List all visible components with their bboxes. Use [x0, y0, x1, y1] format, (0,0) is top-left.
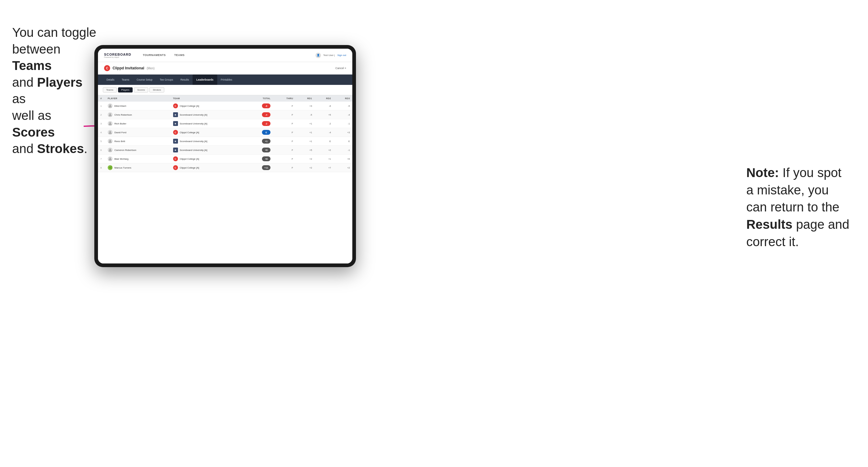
cell-player: David Ford — [105, 128, 171, 137]
right-annotation: Note: If you spota mistake, youcan retur… — [746, 164, 856, 250]
cell-rd3: +2 — [334, 163, 352, 172]
team-name: Clippd College [A] — [180, 105, 199, 107]
svg-point-3 — [110, 122, 111, 124]
tournament-gender: (Men) — [147, 67, 155, 70]
team-logo: C — [173, 156, 178, 161]
table-row: 2Chris Robertson▣Scoreboard University [… — [98, 111, 352, 119]
player-name: Marcus Turners — [114, 166, 131, 169]
tablet-screen: SCOREBOARD Powered by clippd TOURNAMENTS… — [98, 49, 352, 263]
col-rd2: RD2 — [315, 95, 334, 102]
subtab-teams[interactable]: Teams — [103, 87, 117, 92]
player-avatar — [108, 130, 113, 135]
cell-rd3: -5 — [334, 102, 352, 111]
strokes-bold: Strokes — [37, 142, 84, 156]
svg-point-4 — [110, 131, 111, 133]
players-bold: Players — [37, 75, 83, 89]
cell-team: ▣Scoreboard University [A] — [171, 111, 247, 119]
subtab-strokes[interactable]: Strokes — [149, 87, 164, 92]
cell-rd3: -1 — [334, 119, 352, 128]
cell-rd1: +2 — [296, 163, 314, 172]
table-row: 3Rich Butler▣Scoreboard University [A]-2… — [98, 119, 352, 128]
cell-team: CClippd College [A] — [171, 102, 247, 111]
player-name: Cameron Robertson — [114, 149, 136, 152]
subtab-scores[interactable]: Scores — [134, 87, 148, 92]
cell-rd1: +5 — [296, 146, 314, 155]
team-logo: ▣ — [173, 112, 178, 117]
cell-total: -8 — [247, 102, 273, 111]
player-avatar — [108, 121, 113, 126]
tab-leaderboards[interactable]: Leaderboards — [193, 74, 217, 85]
logo-area: SCOREBOARD Powered by clippd — [104, 53, 131, 58]
scores-bold: Scores — [12, 125, 55, 139]
team-name: Clippd College [A] — [180, 158, 199, 160]
note-bold: Note: — [746, 165, 779, 180]
col-team: TEAM — [171, 95, 247, 102]
cell-thru: F — [273, 119, 296, 128]
tablet-frame: SCOREBOARD Powered by clippd TOURNAMENTS… — [94, 45, 356, 267]
svg-point-7 — [110, 158, 111, 159]
cell-rd1: +1 — [296, 119, 314, 128]
sign-out-link[interactable]: Sign out — [337, 54, 346, 57]
cell-rd2: +1 — [315, 155, 334, 163]
cell-thru: F — [273, 155, 296, 163]
cell-rd1: +3 — [296, 102, 314, 111]
tab-teams[interactable]: Teams — [118, 74, 133, 85]
cell-rank: 6 — [98, 146, 105, 155]
cell-team: CClippd College [A] — [171, 128, 247, 137]
cell-rd2: -2 — [315, 119, 334, 128]
cell-rd1: +1 — [296, 128, 314, 137]
tournament-name: Clippd Invitational — [113, 66, 144, 70]
subtab-players[interactable]: Players — [118, 87, 133, 92]
cell-thru: F — [273, 146, 296, 155]
cell-rd3: +3 — [334, 128, 352, 137]
cancel-button[interactable]: Cancel × — [335, 67, 346, 70]
tab-tee-groups[interactable]: Tee Groups — [156, 74, 177, 85]
cell-rank: 3 — [98, 119, 105, 128]
tab-details[interactable]: Details — [103, 74, 118, 85]
user-label: Test User | — [323, 54, 335, 57]
nav-teams[interactable]: TEAMS — [170, 49, 189, 62]
nav-tournaments[interactable]: TOURNAMENTS — [138, 49, 170, 62]
col-thru: THRU — [273, 95, 296, 102]
tab-results[interactable]: Results — [177, 74, 193, 85]
cell-rd2: -6 — [315, 102, 334, 111]
cell-rank: 7 — [98, 155, 105, 163]
cell-total: +11 — [247, 163, 273, 172]
player-avatar — [108, 139, 113, 144]
cell-thru: F — [273, 137, 296, 146]
cell-rd1: -5 — [296, 111, 314, 119]
col-rank: # — [98, 95, 105, 102]
cell-rd2: +5 — [315, 111, 334, 119]
left-annotation: You can toggle between Teams and Players… — [12, 24, 97, 157]
svg-point-6 — [110, 149, 111, 150]
team-logo: ▣ — [173, 148, 178, 152]
cell-rd2: +7 — [315, 163, 334, 172]
cell-rd3: E — [334, 137, 352, 146]
cell-team: ▣Scoreboard University [A] — [171, 119, 247, 128]
annotation-line3: and Players as — [12, 75, 83, 106]
tab-printables[interactable]: Printables — [217, 74, 236, 85]
tab-course-setup[interactable]: Course Setup — [133, 74, 156, 85]
team-name: Clippd College [A] — [180, 166, 199, 169]
cell-thru: F — [273, 111, 296, 119]
tournament-title-area: C Clippd Invitational (Men) — [104, 65, 155, 71]
sub-tabs: Teams Players Scores Strokes — [98, 85, 352, 95]
tournament-header: C Clippd Invitational (Men) Cancel × — [98, 62, 352, 74]
table-row: 4David FordCClippd College [A]EF+1-4+3 — [98, 128, 352, 137]
cell-player: Chris Robertson — [105, 111, 171, 119]
player-name: David Ford — [114, 131, 126, 134]
table-header-row: # PLAYER TEAM TOTAL THRU RD1 RD2 RD3 — [98, 95, 352, 102]
cell-total: +8 — [247, 155, 273, 163]
leaderboard-table-container: # PLAYER TEAM TOTAL THRU RD1 RD2 RD3 1El… — [98, 95, 352, 263]
svg-point-1 — [110, 105, 111, 106]
cell-rd3: +6 — [334, 155, 352, 163]
col-rd3: RD3 — [334, 95, 352, 102]
cell-rank: 4 — [98, 128, 105, 137]
cell-team: CClippd College [A] — [171, 155, 247, 163]
svg-point-5 — [110, 140, 111, 142]
table-row: 6Cameron Robertson▣Scoreboard University… — [98, 146, 352, 155]
team-logo: C — [173, 165, 178, 170]
table-row: 1Elliot EbertCClippd College [A]-8F+3-6-… — [98, 102, 352, 111]
cell-player: Rees Britt — [105, 137, 171, 146]
cell-total: -2 — [247, 119, 273, 128]
